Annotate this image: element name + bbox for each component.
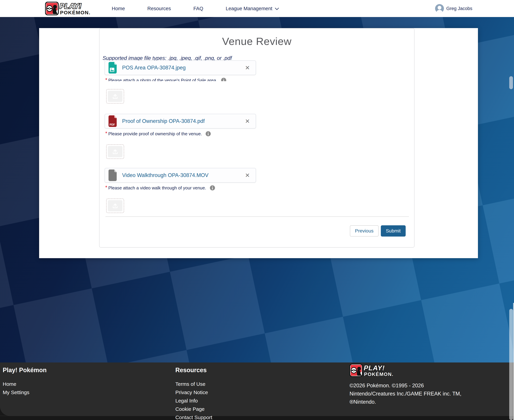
footer: Play! Pokémon Home My Settings Resources… [0, 362, 514, 416]
scrollbar-track[interactable] [509, 0, 513, 420]
upload-requirement-note: * Please provide proof of ownership of t… [105, 131, 414, 136]
footer-link-privacy-notice[interactable]: Privacy Notice [175, 388, 212, 397]
attached-file-proof-of-ownership: PDF Proof of Ownership OPA-30874.pdf ✕ [105, 114, 256, 128]
upload-requirement-note: * Please attach a video walk through of … [105, 185, 414, 191]
footer-link-terms-of-use[interactable]: Terms of Use [175, 380, 212, 388]
info-icon[interactable] [210, 185, 215, 190]
venue-review-card: Venue Review Supported image file types:… [99, 28, 414, 248]
nav-home-label: Home [112, 6, 125, 11]
chevron-down-icon [275, 8, 279, 10]
footer-heading: Play! Pokémon [3, 367, 175, 374]
footer-column-resources: Resources Terms of Use Privacy Notice Le… [175, 367, 212, 416]
upload-dropzone-proof-of-ownership[interactable] [106, 144, 124, 159]
nav-league-management[interactable]: League Management [226, 6, 279, 11]
page: PLAY! POKÉMON. Home Resources FAQ League… [0, 0, 514, 420]
footer-link-legal-info[interactable]: Legal Info [175, 397, 212, 405]
upload-icon [108, 91, 123, 102]
play-pokemon-logo-graphic: PLAY! POKÉMON. [45, 2, 98, 15]
bottom-strip [0, 416, 514, 420]
form-divider [105, 217, 409, 217]
user-menu[interactable]: Greg Jacobs [435, 4, 472, 13]
remove-file-icon[interactable]: ✕ [245, 65, 250, 71]
pdf-file-icon: PDF [108, 115, 117, 127]
main-nav: Home Resources FAQ League Management [112, 6, 301, 11]
scrollbar-thumb-secondary[interactable] [509, 76, 513, 89]
info-icon[interactable] [221, 78, 226, 81]
nav-league-management-label: League Management [226, 6, 272, 11]
nav-resources[interactable]: Resources [147, 6, 171, 11]
nav-faq-label: FAQ [193, 6, 203, 11]
footer-link-my-settings[interactable]: My Settings [3, 388, 175, 397]
nav-resources-label: Resources [147, 6, 171, 11]
checkered-background: Venue Review Supported image file types:… [0, 17, 514, 362]
page-title: Venue Review [100, 35, 414, 47]
copyright-text: ©2026 Pokémon. ©1995 - 2026 Nintendo/Cre… [350, 382, 462, 406]
svg-text:PLAY!: PLAY! [364, 364, 385, 372]
generic-file-icon [108, 169, 117, 181]
svg-text:PLAY!: PLAY! [60, 2, 81, 10]
svg-text:POKÉMON.: POKÉMON. [60, 10, 90, 15]
upload-dropzone-video-walkthrough[interactable] [106, 198, 124, 213]
remove-file-icon[interactable]: ✕ [245, 172, 250, 178]
footer-column-legal: PLAY! POKÉMON. ©2026 Pokémon. ©1995 - 20… [350, 363, 462, 406]
svg-text:PDF: PDF [110, 123, 115, 126]
remove-file-icon[interactable]: ✕ [245, 118, 250, 124]
upload-requirement-note: * Please attach a photo of the venue's P… [105, 78, 414, 81]
nav-home[interactable]: Home [112, 6, 125, 11]
previous-button[interactable]: Previous [350, 225, 379, 237]
required-asterisk: * [105, 185, 107, 190]
play-pokemon-logo[interactable]: PLAY! POKÉMON. [45, 2, 98, 15]
required-asterisk: * [105, 131, 107, 135]
upload-icon [108, 200, 123, 211]
content-panel: Venue Review Supported image file types:… [39, 28, 478, 258]
user-name: Greg Jacobs [446, 6, 472, 11]
info-icon[interactable] [206, 131, 211, 136]
scrollbar-thumb[interactable] [509, 309, 513, 420]
form-actions: Previous Submit [100, 225, 414, 237]
top-navigation-bar: PLAY! POKÉMON. Home Resources FAQ League… [0, 0, 514, 17]
file-link-proof-of-ownership[interactable]: Proof of Ownership OPA-30874.pdf [122, 118, 205, 124]
attached-file-video-walkthrough: Video Walkthrough OPA-30874.MOV ✕ [105, 168, 256, 183]
image-file-icon [108, 62, 117, 74]
footer-wrap: Play! Pokémon Home My Settings Resources… [0, 362, 514, 420]
svg-text:POKÉMON.: POKÉMON. [364, 371, 393, 377]
submit-button[interactable]: Submit [381, 225, 406, 237]
footer-link-home[interactable]: Home [3, 380, 175, 388]
upload-dropzone-pos-area[interactable] [106, 89, 124, 104]
required-asterisk: * [105, 78, 107, 81]
supported-file-types-note: Supported image file types: .jpg, .jpeg,… [103, 55, 414, 60]
scrollbar-edge-line [513, 303, 514, 420]
file-link-pos-area[interactable]: POS Area OPA-30874.jpeg [122, 65, 186, 71]
footer-heading: Resources [175, 367, 212, 374]
footer-link-contact-support[interactable]: Contact Support [175, 413, 212, 420]
nav-faq[interactable]: FAQ [193, 6, 203, 11]
upload-icon [108, 146, 123, 157]
footer-link-cookie-page[interactable]: Cookie Page [175, 405, 212, 413]
footer-column-play-pokemon: Play! Pokémon Home My Settings [3, 367, 175, 416]
play-pokemon-footer-logo: PLAY! POKÉMON. [350, 363, 401, 377]
file-link-video-walkthrough[interactable]: Video Walkthrough OPA-30874.MOV [122, 172, 209, 178]
user-avatar-icon [435, 4, 444, 13]
attached-file-pos-area: POS Area OPA-30874.jpeg ✕ [105, 60, 256, 75]
